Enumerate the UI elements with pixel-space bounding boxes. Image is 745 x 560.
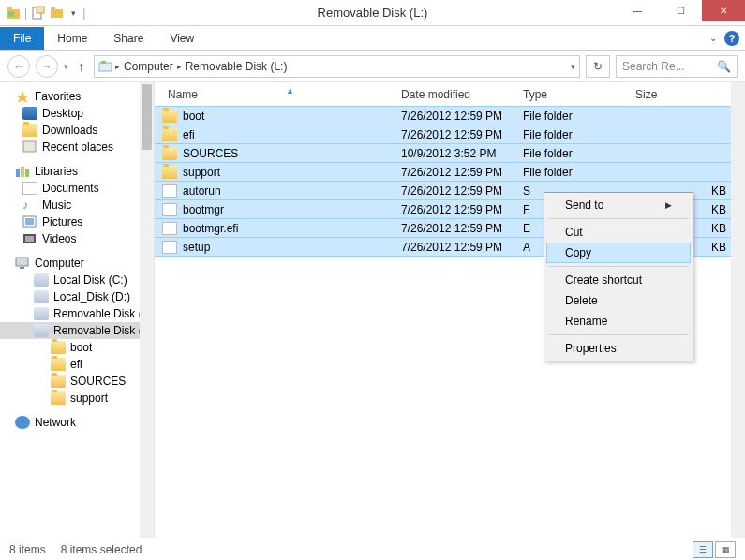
folder-icon xyxy=(162,110,177,123)
file-name: boot xyxy=(183,110,204,123)
view-details-button[interactable]: ☰ xyxy=(693,541,713,558)
menu-delete[interactable]: Delete xyxy=(546,290,691,311)
up-button[interactable]: ↑ xyxy=(74,59,88,74)
network-icon xyxy=(15,416,30,429)
tree-recent[interactable]: Recent places xyxy=(0,139,154,155)
documents-icon xyxy=(22,182,37,195)
file-scrollbar[interactable] xyxy=(731,82,745,538)
svg-rect-7 xyxy=(99,63,112,71)
breadcrumb-sep-icon[interactable]: ▸ xyxy=(175,62,184,71)
tree-support[interactable]: support xyxy=(0,390,154,406)
help-icon[interactable]: ? xyxy=(724,31,739,46)
col-date[interactable]: Date modified xyxy=(394,88,515,101)
search-icon: 🔍 xyxy=(717,60,731,73)
breadcrumb-sep-icon[interactable]: ▸ xyxy=(113,62,122,71)
folder-icon xyxy=(22,124,37,137)
breadcrumb-computer[interactable]: Computer xyxy=(122,60,175,73)
col-type[interactable]: Type xyxy=(515,88,628,101)
col-size[interactable]: Size xyxy=(628,88,745,101)
menu-separator xyxy=(548,218,689,219)
tree-pictures[interactable]: Pictures xyxy=(0,214,154,230)
folder-icon xyxy=(162,166,177,179)
tab-file[interactable]: File xyxy=(0,27,44,50)
qat-dropdown-icon[interactable]: ▾ xyxy=(68,8,79,18)
disk-icon xyxy=(34,307,49,320)
address-bar[interactable]: ▸ Computer ▸ Removable Disk (L:) ▾ xyxy=(94,55,580,78)
tree-libraries[interactable]: Libraries xyxy=(0,163,154,180)
tree-music[interactable]: ♪Music xyxy=(0,197,154,214)
properties-qat-icon[interactable] xyxy=(31,6,46,21)
svg-rect-11 xyxy=(16,169,20,177)
tree-removable-2[interactable]: Removable Disk ( xyxy=(0,322,154,339)
history-dropdown-icon[interactable]: ▾ xyxy=(64,62,68,71)
tree-computer[interactable]: Computer xyxy=(0,255,154,272)
file-row[interactable]: efi7/26/2012 12:59 PMFile folder xyxy=(155,125,745,144)
tree-favorites[interactable]: Favorites xyxy=(0,88,154,105)
col-name[interactable]: Name▲ xyxy=(155,88,394,101)
scrollbar-thumb[interactable] xyxy=(142,84,152,150)
sort-asc-icon: ▲ xyxy=(286,86,294,96)
file-name: bootmgr.efi xyxy=(183,222,238,235)
tree-local-c[interactable]: Local Disk (C:) xyxy=(0,272,154,288)
tree-network[interactable]: Network xyxy=(0,414,154,431)
close-button[interactable]: ✕ xyxy=(702,0,745,21)
file-row[interactable]: support7/26/2012 12:59 PMFile folder xyxy=(155,162,745,182)
menu-properties[interactable]: Properties xyxy=(546,338,691,359)
minimize-button[interactable]: — xyxy=(616,0,659,21)
svg-rect-18 xyxy=(16,258,28,266)
file-date: 7/26/2012 12:59 PM xyxy=(394,203,515,216)
ribbon-tabs: File Home Share View ⌄ ? xyxy=(0,26,745,51)
search-input[interactable]: Search Re... 🔍 xyxy=(616,55,738,78)
status-bar: 8 items 8 items selected ☰ ▦ xyxy=(0,538,745,560)
menu-send-to[interactable]: Send to▶ xyxy=(546,195,691,215)
folder-icon xyxy=(51,341,66,354)
tree-desktop[interactable]: Desktop xyxy=(0,105,154,122)
file-icon xyxy=(162,184,177,198)
tab-view[interactable]: View xyxy=(156,27,207,50)
file-row[interactable]: SOURCES10/9/2012 3:52 PMFile folder xyxy=(155,143,745,163)
svg-rect-15 xyxy=(25,218,34,225)
qat-separator: | xyxy=(24,7,27,20)
tree-videos[interactable]: Videos xyxy=(0,230,154,247)
tab-home[interactable]: Home xyxy=(44,27,100,50)
tree-efi[interactable]: efi xyxy=(0,356,154,373)
tree-boot[interactable]: boot xyxy=(0,339,154,356)
ribbon-expand-icon[interactable]: ⌄ xyxy=(709,33,717,43)
menu-rename[interactable]: Rename xyxy=(546,311,691,332)
navigation-tree[interactable]: Favorites Desktop Downloads Recent place… xyxy=(0,82,155,538)
videos-icon xyxy=(22,232,37,245)
address-dropdown-icon[interactable]: ▾ xyxy=(571,62,575,71)
tree-downloads[interactable]: Downloads xyxy=(0,122,154,139)
svg-rect-4 xyxy=(37,7,44,13)
file-type: File folder xyxy=(515,110,628,123)
computer-icon xyxy=(15,257,30,270)
file-icon xyxy=(162,222,177,235)
new-folder-qat-icon[interactable] xyxy=(50,6,65,21)
menu-cut[interactable]: Cut xyxy=(546,222,691,243)
breadcrumb-drive[interactable]: Removable Disk (L:) xyxy=(184,60,290,73)
music-icon: ♪ xyxy=(22,199,37,212)
tree-sources[interactable]: SOURCES xyxy=(0,373,154,390)
menu-copy[interactable]: Copy xyxy=(546,243,691,263)
file-row[interactable]: boot7/26/2012 12:59 PMFile folder xyxy=(155,106,745,125)
maximize-button[interactable]: ☐ xyxy=(659,0,702,21)
forward-button[interactable]: → xyxy=(36,55,58,78)
file-type: File folder xyxy=(515,166,628,179)
tab-share[interactable]: Share xyxy=(100,27,156,50)
file-date: 7/26/2012 12:59 PM xyxy=(394,110,515,123)
back-button[interactable]: ← xyxy=(7,55,30,78)
file-type: File folder xyxy=(515,147,628,160)
svg-rect-2 xyxy=(8,11,14,17)
tree-removable-1[interactable]: Removable Disk ( xyxy=(0,305,154,322)
tree-scrollbar[interactable] xyxy=(140,82,154,538)
recent-icon xyxy=(22,140,37,154)
refresh-button[interactable]: ↻ xyxy=(586,55,610,78)
menu-create-shortcut[interactable]: Create shortcut xyxy=(546,270,691,290)
file-icon xyxy=(162,203,177,216)
tree-local-d[interactable]: Local_Disk (D:) xyxy=(0,288,154,305)
tree-documents[interactable]: Documents xyxy=(0,180,154,197)
disk-icon xyxy=(34,273,49,287)
file-date: 7/26/2012 12:59 PM xyxy=(394,166,515,179)
view-icons-button[interactable]: ▦ xyxy=(715,541,736,558)
menu-separator xyxy=(548,266,689,267)
